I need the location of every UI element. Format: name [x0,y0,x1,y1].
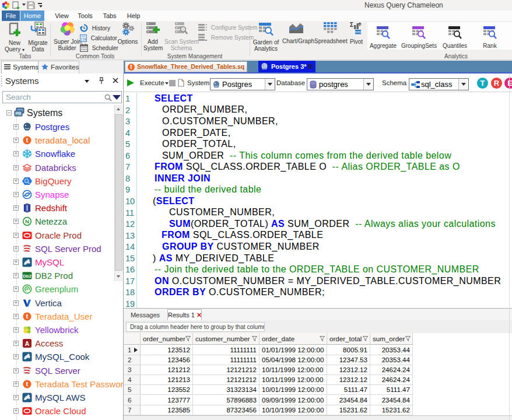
svg-text:Σ: Σ [350,22,353,28]
